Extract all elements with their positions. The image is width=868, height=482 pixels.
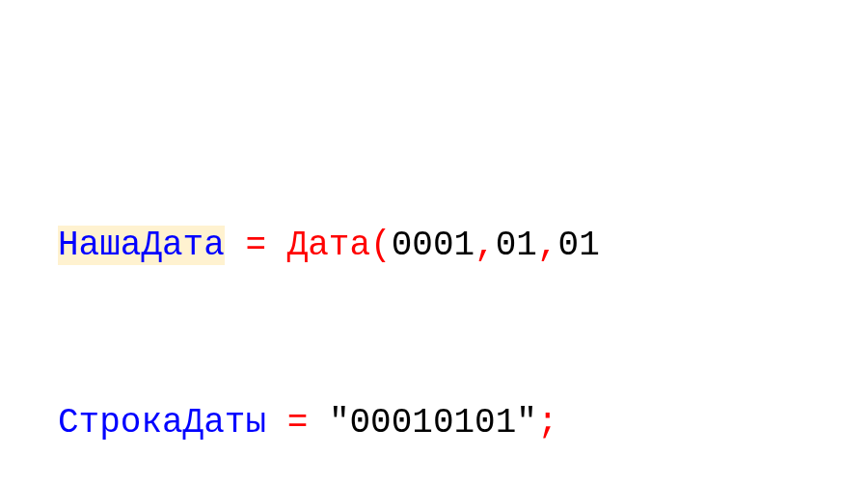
semicolon: ; [537, 403, 558, 442]
number-arg3: 01 [558, 226, 600, 265]
code-line-2[interactable]: СтрокаДаты = "00010101"; [58, 402, 868, 443]
function-data: Дата [287, 226, 370, 265]
number-arg2: 01 [496, 226, 537, 265]
comma: , [537, 226, 558, 265]
string-literal: "00010101" [329, 403, 537, 442]
operator-assign: = [287, 403, 309, 442]
operator-assign: = [245, 226, 266, 265]
paren-open: ( [370, 226, 392, 265]
code-line-1[interactable]: НашаДата = Дата(0001,01,01 [58, 225, 868, 266]
variable-strokadaty: СтрокаДаты [58, 403, 266, 442]
comma: , [475, 226, 496, 265]
number-arg1: 0001 [392, 226, 475, 265]
variable-nashadata: НашаДата [58, 226, 225, 265]
